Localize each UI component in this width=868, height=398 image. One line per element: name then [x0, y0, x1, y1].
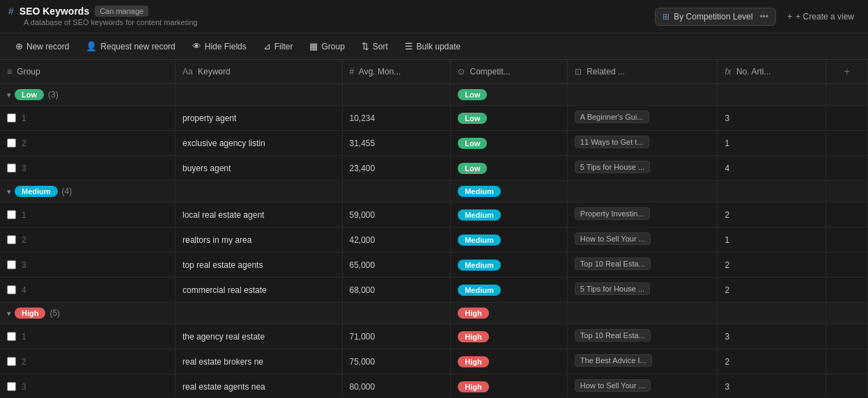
group-button[interactable]: ▦ Group: [302, 38, 351, 55]
group-badge: Low: [15, 89, 44, 100]
create-view-plus: +: [787, 12, 792, 22]
group-label: Group: [321, 42, 344, 51]
row-competition: Low: [451, 131, 568, 156]
row-avg-mon: 59,000: [342, 202, 451, 228]
related-article-tag[interactable]: Property Investin...: [575, 207, 650, 220]
row-checkbox[interactable]: [7, 260, 16, 269]
col-header-noarti[interactable]: fx No. Arti...: [718, 60, 826, 84]
row-add: [826, 324, 868, 349]
row-competition: Medium: [451, 278, 568, 303]
can-manage-badge: Can manage: [95, 6, 148, 17]
table-row: 3 real estate agents nea 80,000 High How…: [0, 374, 868, 396]
row-keyword[interactable]: exclusive agency listin: [175, 131, 342, 156]
row-keyword[interactable]: real estate agents nea: [175, 374, 342, 396]
row-add: [826, 156, 868, 181]
related-article-tag[interactable]: How to Sell Your ...: [575, 232, 651, 245]
chevron-icon[interactable]: ▾: [7, 188, 10, 196]
keyword-col-icon: Aa: [183, 67, 193, 77]
table-row: 1 local real estate agent 59,000 Medium …: [0, 202, 868, 228]
row-keyword[interactable]: top real estate agents: [175, 253, 342, 278]
request-record-button[interactable]: 👤 Request new record: [79, 38, 182, 55]
row-checkbox[interactable]: [7, 210, 16, 219]
related-article-tag[interactable]: Top 10 Real Esta...: [575, 329, 651, 342]
row-no-arti: 3: [718, 374, 826, 396]
view-tab-dots[interactable]: •••: [760, 12, 769, 22]
row-related[interactable]: A Beginner's Gui...: [567, 106, 718, 131]
row-number: 3: [22, 260, 33, 270]
row-keyword[interactable]: property agent: [175, 106, 342, 131]
row-keyword[interactable]: local real estate agent: [175, 202, 342, 228]
group-badge: Medium: [15, 186, 58, 197]
chevron-icon[interactable]: ▾: [7, 91, 10, 99]
row-related[interactable]: 5 Tips for House ...: [567, 278, 718, 303]
group-cell[interactable]: ▾ Low (3): [0, 84, 175, 106]
row-related[interactable]: Property Investin...: [567, 202, 718, 228]
row-keyword[interactable]: buyers agent: [175, 156, 342, 181]
row-keyword[interactable]: realtors in my area: [175, 228, 342, 253]
data-table: ≡ Group Aa Keyword # Avg. Mon... ⊙ Compe…: [0, 60, 868, 395]
col-header-group[interactable]: ≡ Group: [0, 60, 175, 84]
group-comp-cell: Medium: [451, 181, 568, 202]
row-checkbox[interactable]: [7, 285, 16, 294]
filter-button[interactable]: ⊿ Filter: [256, 38, 300, 55]
col-header-avg[interactable]: # Avg. Mon...: [342, 60, 451, 84]
group-add-cell: [826, 181, 868, 202]
row-related[interactable]: 11 Ways to Get t...: [567, 131, 718, 156]
row-related[interactable]: The Best Advice I...: [567, 349, 718, 374]
hide-fields-label: Hide Fields: [205, 42, 247, 51]
new-record-button[interactable]: ⊕ New record: [8, 38, 76, 55]
related-article-tag[interactable]: 5 Tips for House ...: [575, 282, 650, 295]
request-icon: 👤: [86, 41, 97, 51]
row-related[interactable]: Top 10 Real Esta...: [567, 324, 718, 349]
related-article-tag[interactable]: How to Sell Your ...: [575, 379, 651, 392]
group-comp-badge: High: [458, 308, 488, 319]
row-number: 3: [22, 382, 33, 392]
row-checkbox[interactable]: [7, 138, 16, 148]
row-checkbox[interactable]: [7, 382, 16, 391]
row-add: [826, 131, 868, 156]
create-view-button[interactable]: + + Create a view: [782, 8, 860, 25]
row-checkbox[interactable]: [7, 113, 16, 122]
col-header-related[interactable]: ⊡ Related ...: [567, 60, 718, 84]
row-related[interactable]: Top 10 Real Esta...: [567, 253, 718, 278]
row-number: 3: [22, 164, 33, 173]
row-checkbox[interactable]: [7, 235, 16, 244]
related-article-tag[interactable]: Top 10 Real Esta...: [575, 257, 651, 270]
row-related[interactable]: How to Sell Your ...: [567, 374, 718, 396]
add-column-button[interactable]: +: [826, 60, 868, 84]
row-checkbox[interactable]: [7, 164, 16, 173]
competition-badge: High: [458, 381, 488, 392]
chevron-icon[interactable]: ▾: [7, 310, 10, 317]
row-keyword[interactable]: real estate brokers ne: [175, 349, 342, 374]
avg-col-icon: #: [350, 67, 355, 77]
row-group-cell: 4: [0, 278, 175, 303]
related-article-tag[interactable]: 5 Tips for House ...: [575, 161, 650, 173]
related-article-tag[interactable]: A Beginner's Gui...: [575, 111, 649, 123]
row-number: 4: [22, 285, 33, 295]
related-article-tag[interactable]: The Best Advice I...: [575, 354, 652, 367]
row-keyword[interactable]: the agency real estate: [175, 324, 342, 349]
group-row: ▾ Low (3) Low: [0, 84, 868, 106]
view-tab[interactable]: ⊞ By Competition Level •••: [655, 8, 776, 26]
row-no-arti: 2: [718, 253, 826, 278]
group-related-cell: [567, 303, 718, 324]
related-article-tag[interactable]: 11 Ways to Get t...: [575, 136, 649, 148]
col-header-keyword[interactable]: Aa Keyword: [175, 60, 342, 84]
group-cell[interactable]: ▾ Medium (4): [0, 181, 175, 202]
col-header-comp[interactable]: ⊙ Competit...: [451, 60, 568, 84]
table-row: 2 real estate brokers ne 75,000 High The…: [0, 349, 868, 374]
competition-badge: Medium: [458, 260, 501, 271]
row-related[interactable]: 5 Tips for House ...: [567, 156, 718, 181]
group-related-cell: [567, 181, 718, 202]
row-related[interactable]: How to Sell Your ...: [567, 228, 718, 253]
competition-badge: Low: [458, 113, 487, 124]
table-body: ▾ Low (3) Low 1 property agent 10,234 Lo…: [0, 84, 868, 396]
hide-fields-button[interactable]: 👁 Hide Fields: [185, 38, 254, 55]
group-cell[interactable]: ▾ High (5): [0, 303, 175, 324]
row-keyword[interactable]: commercial real estate: [175, 278, 342, 303]
app-info: # SEO Keywords Can manage A database of …: [8, 6, 197, 27]
sort-button[interactable]: ⇅ Sort: [355, 38, 395, 55]
row-checkbox[interactable]: [7, 332, 16, 341]
row-checkbox[interactable]: [7, 357, 16, 366]
bulk-update-button[interactable]: ☰ Bulk update: [398, 38, 467, 55]
